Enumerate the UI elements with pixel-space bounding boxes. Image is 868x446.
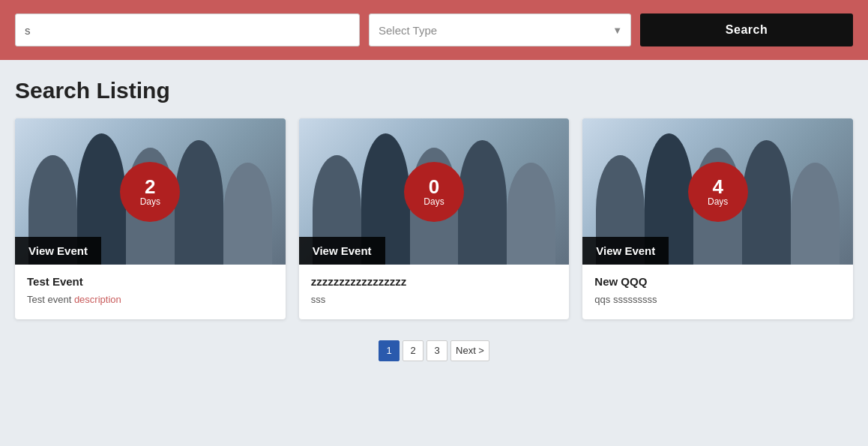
event-card-3: 4 Days View Event New QQQ qqs sssssssss xyxy=(582,118,853,319)
search-button[interactable]: Search xyxy=(640,13,853,46)
event-description-2: sss xyxy=(311,292,558,307)
event-description-1: Test event description xyxy=(27,292,274,307)
view-event-button-1[interactable]: View Event xyxy=(15,237,101,265)
days-badge-3: 4 Days xyxy=(688,162,748,222)
days-badge-2: 0 Days xyxy=(404,162,464,222)
days-label-3: Days xyxy=(708,196,728,207)
card-image-2: 0 Days View Event xyxy=(299,118,570,265)
event-title-1: Test Event xyxy=(27,275,274,288)
person-figure xyxy=(791,163,840,265)
person-figure xyxy=(223,163,272,265)
event-card-2: 0 Days View Event zzzzzzzzzzzzzzzzz sss xyxy=(299,118,570,319)
person-figure xyxy=(507,163,555,265)
description-highlight: description xyxy=(74,294,121,305)
page-title: Search Listing xyxy=(15,78,853,103)
person-figure xyxy=(458,140,507,265)
days-number-3: 4 xyxy=(712,177,723,196)
card-body-1: Test Event Test event description xyxy=(15,265,286,319)
days-number-2: 0 xyxy=(429,177,439,196)
search-header: Select Type All Types Conference Worksho… xyxy=(0,0,868,60)
page-button-1[interactable]: 1 xyxy=(379,340,400,361)
cards-grid: 2 Days View Event Test Event Test event … xyxy=(15,118,853,319)
view-event-button-3[interactable]: View Event xyxy=(582,237,669,265)
days-label-1: Days xyxy=(140,196,160,207)
event-card-1: 2 Days View Event Test Event Test event … xyxy=(15,118,286,319)
select-type-dropdown[interactable]: Select Type All Types Conference Worksho… xyxy=(369,13,631,46)
card-image-1: 2 Days View Event xyxy=(15,118,286,265)
person-figure xyxy=(742,140,791,265)
page-button-2[interactable]: 2 xyxy=(403,340,424,361)
next-page-button[interactable]: Next > xyxy=(450,340,489,361)
main-content: Search Listing 2 Days View Event T xyxy=(0,60,868,376)
days-badge-1: 2 Days xyxy=(120,162,180,222)
page-button-3[interactable]: 3 xyxy=(427,340,447,361)
person-figure xyxy=(175,140,223,265)
view-event-button-2[interactable]: View Event xyxy=(299,237,385,265)
card-image-3: 4 Days View Event xyxy=(582,118,853,265)
pagination: 1 2 3 Next > xyxy=(15,340,853,361)
card-body-3: New QQQ qqs sssssssss xyxy=(582,265,853,319)
event-title-2: zzzzzzzzzzzzzzzzz xyxy=(311,275,558,288)
card-body-2: zzzzzzzzzzzzzzzzz sss xyxy=(299,265,570,319)
event-title-3: New QQQ xyxy=(594,275,841,288)
select-type-wrapper: Select Type All Types Conference Worksho… xyxy=(369,13,631,46)
search-input[interactable] xyxy=(15,13,360,46)
event-description-3: qqs sssssssss xyxy=(594,292,841,307)
days-number-1: 2 xyxy=(145,177,155,196)
days-label-2: Days xyxy=(424,196,444,207)
